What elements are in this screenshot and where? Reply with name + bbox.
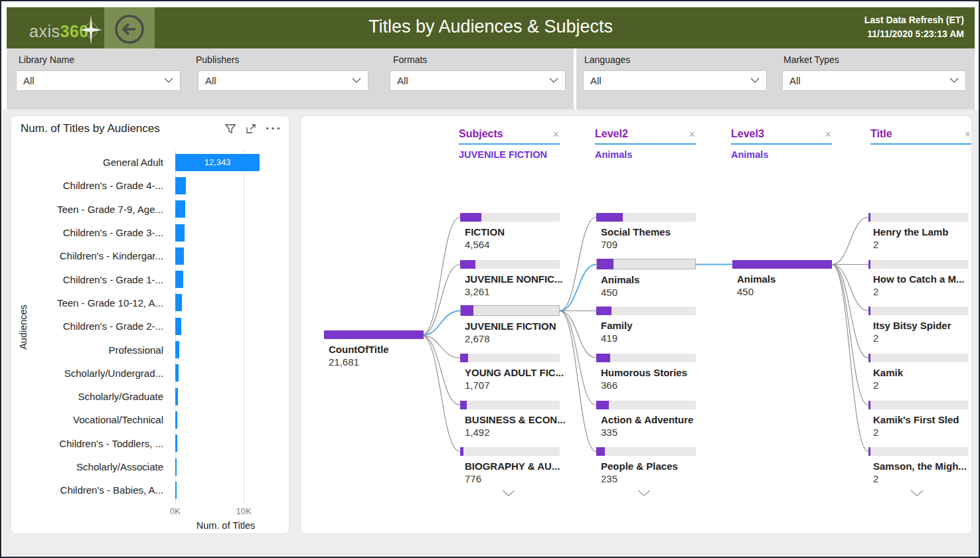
tree-node-c3-r0[interactable]: Henry the Lamb2 (868, 213, 976, 250)
tree-node-bar (868, 307, 968, 315)
tree-node-bar-fill (868, 260, 870, 269)
bar-chart-title: Num. of Titles by Audiences (21, 122, 160, 135)
filter-dropdown-market-types[interactable]: All (782, 70, 966, 91)
tree-node-value: 2 (868, 473, 976, 484)
chart-row: Children's - Grade 1-... (11, 268, 289, 291)
chart-bar-area (169, 341, 289, 358)
tree-node-c1-r1[interactable]: Animals450 (596, 260, 704, 298)
tree-node-label: Social Themes (596, 226, 704, 238)
chart-bar[interactable] (175, 482, 177, 499)
tree-node-c3-r4[interactable]: Kamik's First Sled2 (868, 401, 976, 438)
chart-bar[interactable] (175, 294, 182, 311)
chart-bar[interactable] (175, 435, 177, 452)
tree-level-name[interactable]: Level3✕ (731, 128, 832, 140)
chart-bar[interactable] (175, 341, 179, 358)
tree-node-value: 776 (460, 473, 568, 484)
chart-bar[interactable] (175, 318, 181, 335)
tree-node-value: 1,707 (460, 380, 568, 391)
tree-node-value: 21,681 (324, 356, 432, 368)
show-more-chevron-level2[interactable] (637, 488, 651, 500)
chart-row: Scholarly/Undergrad... (11, 362, 289, 385)
tree-level-selected-value: JUVENILE FICTION (459, 149, 560, 160)
chart-category-label: Children's - Toddlers, ... (11, 438, 169, 449)
tree-node-c1-r2[interactable]: Family419 (596, 307, 704, 344)
tree-node-c3-r1[interactable]: How to Catch a M...2 (868, 260, 976, 297)
chart-bar[interactable] (175, 224, 185, 242)
tree-node-c3-r3[interactable]: Kamik2 (868, 354, 976, 391)
chart-row: Children's - Grade 3-... (11, 221, 289, 244)
tree-node-label: People & Places (596, 460, 704, 472)
tree-level-underline (595, 143, 696, 145)
tree-node-label: Family (596, 320, 704, 331)
tree-node-bar (596, 307, 696, 315)
tree-level-name-text: Subjects (459, 128, 503, 140)
filter-dropdown-library-name[interactable]: All (16, 70, 181, 91)
chart-bar[interactable] (175, 364, 179, 382)
filter-dropdown-formats[interactable]: All (390, 70, 566, 91)
chart-bar[interactable] (175, 458, 177, 476)
tree-node-root[interactable]: CountOfTitle21,681 (324, 330, 432, 368)
tree-node-value: 450 (596, 287, 704, 298)
tree-node-bar (460, 260, 560, 269)
more-options-icon[interactable]: ··· (266, 125, 282, 132)
tree-node-c0-r5[interactable]: BIOGRAPHY & AU...776 (460, 447, 568, 484)
x-icon[interactable]: ✕ (552, 129, 560, 139)
tree-level-name[interactable]: Subjects✕ (459, 128, 560, 140)
tree-node-c1-r0[interactable]: Social Themes709 (596, 213, 704, 250)
tree-node-label: Animals (732, 273, 840, 285)
chart-bar[interactable] (175, 271, 183, 288)
chart-bar-area (169, 177, 289, 194)
chevron-down-icon (750, 78, 760, 84)
tree-node-c0-r0[interactable]: FICTION4,564 (460, 213, 568, 250)
x-axis-title: Num. of Titles (169, 520, 282, 531)
tree-node-bar (460, 447, 560, 456)
tree-node-value: 450 (732, 286, 840, 297)
x-icon[interactable]: ✕ (964, 129, 971, 139)
tree-node-bar-fill (460, 447, 463, 456)
chart-bar[interactable]: 12,343 (175, 154, 260, 171)
filter-dropdown-publishers[interactable]: All (198, 70, 368, 91)
chart-bar[interactable] (175, 177, 186, 194)
chart-bar[interactable] (175, 200, 185, 218)
chart-row: Children's - Kindergar... (11, 244, 289, 267)
tree-level-header-title: Title✕ (870, 128, 971, 149)
tree-node-value: 366 (596, 380, 704, 391)
tree-node-c0-r2[interactable]: JUVENILE FICTION2,678 (460, 307, 568, 344)
chart-category-label: Children's - Grade 2-... (11, 320, 169, 332)
tree-node-value: 2 (868, 286, 976, 297)
tree-level-name[interactable]: Title✕ (870, 128, 971, 140)
tree-node-bar-fill (732, 260, 832, 269)
filter-dropdown-languages[interactable]: All (583, 70, 767, 91)
focus-mode-icon[interactable] (245, 123, 257, 135)
chart-bar-area (169, 364, 289, 382)
tree-node-c2-r1[interactable]: Animals450 (732, 260, 840, 297)
report-canvas: Num. of Titles by Audiences ··· General … (3, 109, 980, 557)
tree-node-c3-r2[interactable]: Itsy Bitsy Spider2 (868, 307, 976, 344)
filter-label-formats: Formats (393, 54, 427, 65)
show-more-chevron-subjects[interactable] (502, 488, 515, 500)
tree-node-value: 3,261 (460, 286, 568, 297)
chart-bar[interactable] (175, 247, 184, 265)
visual-header-icons: ··· (224, 123, 282, 135)
chart-bar-area (169, 318, 289, 335)
chart-bar[interactable] (175, 411, 177, 429)
show-more-chevron-title[interactable] (910, 488, 924, 500)
app-header: axis360 Titles by Audiences & Subjects L… (7, 7, 975, 48)
tree-node-c1-r5[interactable]: People & Places235 (596, 447, 704, 484)
tree-node-bar-fill (868, 307, 870, 315)
tree-node-label: YOUNG ADULT FIC... (460, 367, 568, 378)
tree-level-name[interactable]: Level2✕ (595, 128, 696, 140)
x-icon[interactable]: ✕ (825, 129, 832, 139)
tree-node-bar (324, 330, 424, 339)
x-icon[interactable]: ✕ (689, 129, 696, 139)
tree-node-c1-r4[interactable]: Action & Adventure335 (596, 401, 704, 438)
tree-node-c1-r3[interactable]: Humorous Stories366 (596, 354, 704, 391)
tree-node-c0-r3[interactable]: YOUNG ADULT FIC...1,707 (460, 354, 568, 391)
decomposition-tree-card: Subjects✕JUVENILE FICTIONLevel2✕AnimalsL… (300, 115, 972, 534)
tree-node-c0-r1[interactable]: JUVENILE NONFIC...3,261 (460, 260, 568, 297)
filter-funnel-icon[interactable] (224, 123, 236, 135)
tree-node-c3-r5[interactable]: Samson, the Migh...2 (868, 447, 976, 484)
chart-bar[interactable] (175, 388, 178, 405)
tree-node-bar-fill (597, 259, 613, 269)
tree-node-c0-r4[interactable]: BUSINESS & ECON...1,492 (460, 401, 568, 438)
